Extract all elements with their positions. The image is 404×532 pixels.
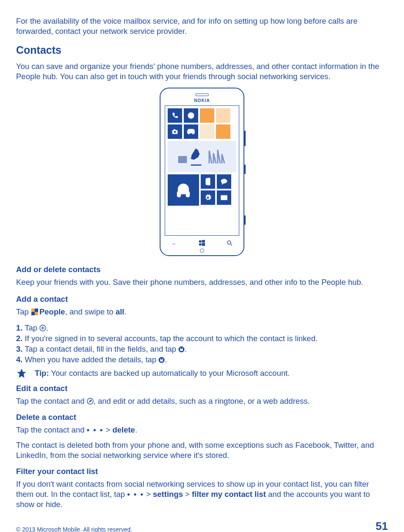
mail-tile-icon (217, 190, 231, 205)
search-icon (227, 240, 232, 248)
subheading-delete-contact: Delete a contact (16, 412, 388, 422)
subheading-add-contact: Add a contact (16, 294, 388, 304)
svg-rect-16 (202, 243, 205, 246)
plus-circle-icon (39, 325, 46, 331)
edit-circle-icon (87, 398, 94, 405)
subheading-edit-contact: Edit a contact (16, 383, 388, 394)
camera-tile-icon (168, 124, 182, 139)
step-1: 1. Tap . (16, 323, 388, 333)
phone-illustration: NOKIA (16, 88, 388, 256)
music-tile-icon (168, 174, 199, 206)
svg-rect-4 (178, 156, 187, 163)
step-2: 2. If you're signed in to several accoun… (16, 334, 388, 344)
subheading-add-delete: Add or delete contacts (16, 265, 388, 275)
back-icon: ← (172, 240, 177, 248)
delete-contact-text: Tap the contact and • • • > delete. (16, 425, 388, 435)
svg-point-11 (225, 181, 226, 182)
svg-point-17 (227, 241, 231, 244)
phone-tile-icon (168, 108, 182, 123)
ellipsis-icon: • • • (127, 490, 144, 499)
svg-rect-21 (181, 348, 183, 349)
svg-rect-5 (191, 164, 202, 166)
step-4: 4. When you have added the details, tap … (16, 355, 388, 365)
page-number: 51 (376, 519, 388, 532)
ellipsis-icon: • • • (87, 425, 104, 434)
svg-rect-6 (177, 192, 180, 197)
subheading-filter-list: Filter your contact list (16, 466, 388, 477)
star-icon (16, 368, 28, 379)
save-circle-icon (178, 346, 185, 353)
settings-tile-icon (201, 190, 215, 205)
svg-rect-14 (202, 240, 205, 243)
phone-navbar: ← (160, 239, 244, 248)
messaging-tile-icon (217, 174, 231, 189)
svg-rect-24 (161, 358, 163, 360)
svg-point-2 (174, 131, 176, 133)
browser-tile-icon (184, 108, 198, 123)
filter-list-text: If you don't want contacts from social n… (16, 479, 388, 510)
step-3: 3. Tap a contact detail, fill in the fie… (16, 344, 388, 354)
contacts-description: You can save and organize your friends' … (16, 61, 388, 82)
add-delete-desc: Keep your friends with you. Save their p… (16, 277, 388, 287)
phone-logo: NOKIA (160, 98, 244, 103)
section-heading-contacts: Contacts (16, 43, 388, 57)
svg-point-10 (224, 181, 224, 182)
add-contact-lead: Tap People, and swipe to all. (16, 307, 388, 317)
tip-text: Your contacts are backed up automaticall… (49, 369, 290, 378)
edit-contact-text: Tap the contact and , and edit or add de… (16, 396, 388, 406)
svg-rect-15 (199, 243, 202, 245)
windows-icon (199, 240, 205, 248)
games-tile-icon (184, 124, 198, 139)
office-tile-icon (201, 174, 215, 189)
photos-tile (168, 141, 236, 172)
svg-rect-7 (186, 192, 189, 197)
save-circle-icon (158, 357, 165, 363)
tip-callout: Tip: Your contacts are backed up automat… (16, 368, 388, 379)
tip-label: Tip: (35, 369, 49, 378)
copyright-text: © 2013 Microsoft Mobile. All rights rese… (16, 526, 132, 532)
svg-rect-3 (174, 129, 175, 130)
svg-rect-13 (199, 240, 202, 243)
people-tile-icon (31, 309, 38, 315)
svg-point-9 (222, 181, 223, 182)
delete-contact-desc: The contact is deleted both from your ph… (16, 440, 388, 460)
intro-paragraph: For the availability of the voice mailbo… (16, 16, 388, 36)
